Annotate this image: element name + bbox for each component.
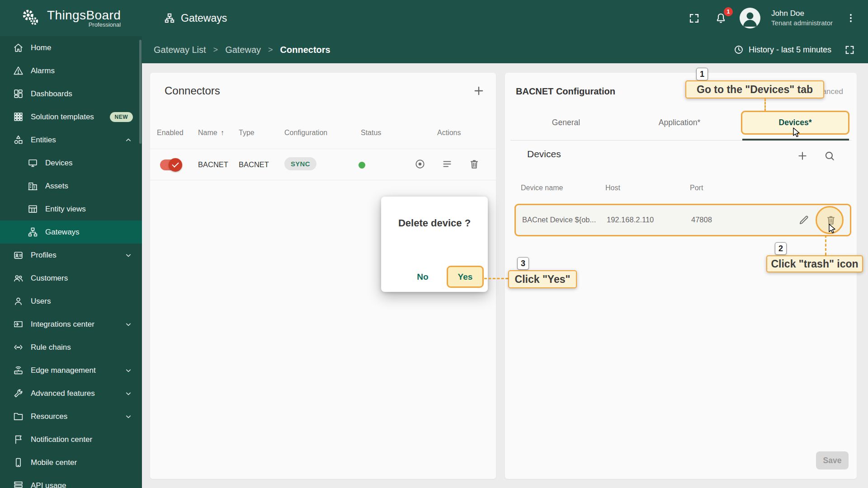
column-type: Type: [239, 129, 255, 137]
configuration-title: BACNET Configuration: [516, 86, 615, 97]
tab-devices[interactable]: Devices*: [779, 118, 812, 127]
clock-icon: [733, 44, 744, 55]
chevron-down-icon: [124, 389, 133, 398]
connector-rpc-icon[interactable]: [414, 158, 426, 170]
sidebar-item-label: Customers: [31, 274, 68, 283]
users-icon: [13, 296, 24, 307]
column-name-label: Name: [198, 129, 217, 137]
add-connector-button[interactable]: [472, 84, 485, 97]
sidebar-item-users[interactable]: Users: [0, 290, 142, 313]
step2-tooltip: Click "trash" icon: [766, 255, 863, 272]
sidebar-item-resources[interactable]: Resources: [0, 405, 142, 428]
step1-cursor-icon: [791, 127, 802, 139]
brand-logo[interactable]: ThingsBoard Professional: [0, 8, 142, 28]
user-avatar[interactable]: [740, 8, 760, 28]
sidebar-item-label: Notification center: [31, 435, 92, 444]
breadcrumb-gateway[interactable]: Gateway: [225, 45, 261, 55]
add-device-button[interactable]: [797, 150, 808, 162]
sidebar-item-alarms[interactable]: Alarms: [0, 59, 142, 82]
connector-enabled-toggle[interactable]: [160, 160, 181, 170]
tab-application[interactable]: Application*: [659, 118, 700, 127]
device-port-cell: 47808: [691, 216, 712, 224]
sidebar-item-advanced-features[interactable]: Advanced features: [0, 382, 142, 405]
step2-connector-line: [825, 235, 826, 255]
column-port: Port: [690, 184, 703, 192]
connector-configuration-chip[interactable]: SYNC: [284, 157, 316, 170]
chevron-up-icon: [124, 136, 133, 145]
notifications-bell-button[interactable]: 1: [713, 10, 729, 26]
sidebar-item-customers[interactable]: Customers: [0, 267, 142, 290]
delete-device-dialog: Delete device ? No Yes: [381, 197, 488, 292]
connector-table-row[interactable]: BACNET BACNET SYNC: [150, 149, 496, 180]
sidebar-item-rule-chains[interactable]: Rule chains: [0, 336, 142, 359]
column-configuration: Configuration: [284, 129, 327, 137]
page-title: Gateways: [164, 12, 227, 24]
sort-ascending-icon: ↑: [221, 129, 224, 137]
sidebar-item-integrations-center[interactable]: Integrations center: [0, 313, 142, 336]
fullscreen-button[interactable]: [686, 10, 702, 26]
connector-status-dot: [359, 162, 365, 169]
integrations-icon: [13, 319, 24, 330]
column-enabled: Enabled: [157, 129, 184, 137]
dialog-yes-button[interactable]: Yes: [447, 266, 484, 288]
home-icon: [13, 42, 24, 53]
devices-icon: [27, 157, 38, 169]
sidebar-item-label: Edge management: [31, 366, 96, 375]
sidebar-item-label: Devices: [45, 159, 72, 168]
sidebar-item-entity-views[interactable]: Entity views: [0, 197, 142, 221]
entity-views-icon: [27, 203, 38, 215]
step2-number-badge: 2: [775, 242, 787, 255]
sidebar-item-assets[interactable]: Assets: [0, 174, 142, 197]
connectors-title: Connectors: [165, 84, 220, 97]
connector-delete-icon[interactable]: [468, 158, 480, 170]
brand-subtitle: Professional: [47, 21, 121, 28]
sidebar-item-mobile-center[interactable]: Mobile center: [0, 451, 142, 474]
device-name-cell: BACnet Device ${ob...: [522, 216, 596, 224]
dialog-no-button[interactable]: No: [409, 268, 436, 286]
device-table-row[interactable]: BACnet Device ${ob... 192.168.2.110 4780…: [514, 204, 851, 236]
sidebar-item-devices[interactable]: Devices: [0, 151, 142, 174]
column-actions: Actions: [437, 129, 461, 137]
sidebar-scrollbar[interactable]: [139, 40, 142, 144]
profiles-icon: [13, 249, 24, 261]
brand-title: ThingsBoard: [47, 9, 121, 22]
step1-tooltip: Go to the "Devices" tab: [685, 80, 824, 99]
sidebar-item-label: Mobile center: [31, 458, 77, 467]
page-title-text: Gateways: [181, 12, 227, 24]
search-device-button[interactable]: [824, 150, 835, 162]
save-button[interactable]: Save: [816, 451, 849, 469]
expand-fullscreen-button[interactable]: [842, 42, 857, 57]
sidebar-item-label: Entities: [31, 136, 56, 145]
connector-name: BACNET: [198, 160, 228, 169]
sidebar-item-gateways[interactable]: Gateways: [0, 221, 142, 244]
user-info[interactable]: John Doe Tenant administrator: [771, 9, 833, 28]
kebab-menu-button[interactable]: [844, 10, 858, 26]
chevron-down-icon: [124, 412, 133, 421]
sidebar-item-edge-management[interactable]: Edge management: [0, 359, 142, 382]
column-name-sort[interactable]: Name ↑: [198, 129, 224, 137]
edit-device-pencil-icon[interactable]: [798, 214, 810, 226]
sidebar-item-solution-templates[interactable]: Solution templates NEW: [0, 105, 142, 128]
assets-icon: [27, 180, 38, 192]
sidebar-item-label: Alarms: [31, 66, 55, 75]
sidebar-item-dashboards[interactable]: Dashboards: [0, 82, 142, 105]
sidebar-item-api-usage[interactable]: API usage: [0, 474, 142, 488]
breadcrumb-connectors: Connectors: [280, 45, 330, 55]
connector-logs-icon[interactable]: [441, 158, 453, 170]
history-range-label: History - last 5 minutes: [749, 45, 831, 55]
sidebar-item-label: Gateways: [45, 228, 80, 237]
dialog-title: Delete device ?: [381, 217, 488, 229]
sidebar-item-profiles[interactable]: Profiles: [0, 244, 142, 267]
step1-number-badge: 1: [696, 68, 708, 80]
sidebar-item-notification-center[interactable]: Notification center: [0, 428, 142, 451]
mobile-phone-icon: [13, 457, 24, 468]
breadcrumb-gateway-list[interactable]: Gateway List: [154, 45, 206, 55]
tab-general[interactable]: General: [552, 118, 580, 127]
sidebar-item-entities[interactable]: Entities: [0, 128, 142, 151]
top-bar: ThingsBoard Professional Gateways 1 John…: [0, 0, 868, 36]
dashboards-icon: [13, 88, 24, 99]
user-role: Tenant administrator: [771, 19, 833, 28]
sidebar-item-home[interactable]: Home: [0, 36, 142, 59]
gateways-icon: [27, 226, 38, 238]
history-range[interactable]: History - last 5 minutes: [733, 44, 831, 55]
